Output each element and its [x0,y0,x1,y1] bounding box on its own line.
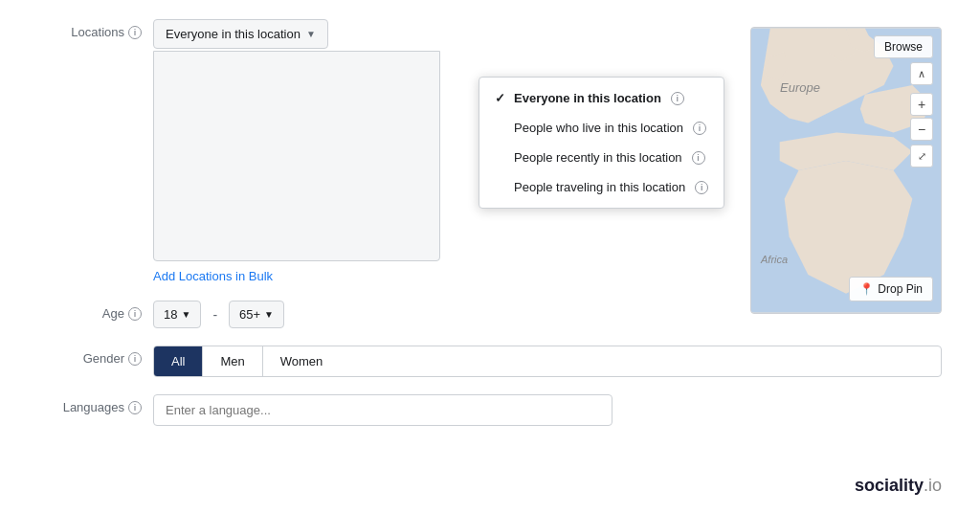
age-info-icon[interactable]: i [128,307,142,321]
pin-icon: 📍 [859,282,874,296]
dropdown-item-label: People recently in this location [514,150,682,165]
languages-label: Languages i [38,394,153,414]
age-max-arrow: ▼ [264,309,274,320]
dropdown-item-label: People traveling in this location [514,180,685,194]
map-container: Europe Africa Browse ∧ + − ⤢ 📍 Drop Pin [750,27,942,314]
gender-label: Gender i [38,346,153,366]
age-min-arrow: ▼ [181,309,190,320]
age-label: Age i [38,301,153,321]
gender-men-button[interactable]: Men [203,346,262,376]
map-drop-pin-button[interactable]: 📍 Drop Pin [849,277,933,301]
dropdown-item-live[interactable]: ✓ People who live in this location i [479,113,724,143]
locations-label: Locations i [38,19,153,39]
dropdown-item-everyone[interactable]: ✓ Everyone in this location i [479,83,724,113]
map-europe-label: Europe [780,80,820,95]
gender-women-button[interactable]: Women [263,346,341,376]
age-max-select[interactable]: 65+ ▼ [229,301,284,328]
age-max-value: 65+ [239,307,260,322]
location-input-area [153,51,440,261]
chevron-up-icon: ∧ [918,68,925,80]
map-zoom-in-button[interactable]: + [910,93,933,116]
dropdown-item-info-icon-1[interactable]: i [693,122,706,135]
map-zoom-controls: + − ⤢ [910,93,933,167]
dropdown-item-info-icon-3[interactable]: i [695,181,708,194]
language-input[interactable] [153,394,612,426]
gender-button-group: All Men Women [153,346,942,377]
dropdown-button-label: Everyone in this location [166,27,301,41]
check-icon: ✓ [495,91,508,105]
map-zoom-out-button[interactable]: − [910,118,933,141]
age-min-select[interactable]: 18 ▼ [153,301,201,328]
sociality-logo: sociality.io [855,476,942,496]
map-up-button[interactable]: ∧ [910,62,933,85]
dropdown-item-label: People who live in this location [514,121,683,135]
dropdown-item-info-icon-0[interactable]: i [671,92,684,105]
map-browse-button[interactable]: Browse [874,35,933,58]
age-min-value: 18 [164,307,177,322]
gender-all-button[interactable]: All [154,346,203,376]
map-africa-label: Africa [761,254,788,265]
locations-info-icon[interactable]: i [128,26,142,39]
location-dropdown-menu: ✓ Everyone in this location i ✓ People w… [479,77,724,209]
dropdown-item-label: Everyone in this location [514,91,661,105]
dropdown-item-recently[interactable]: ✓ People recently in this location i [479,143,724,172]
age-separator: - [212,307,217,323]
gender-info-icon[interactable]: i [128,352,142,366]
languages-info-icon[interactable]: i [128,401,142,414]
dropdown-item-traveling[interactable]: ✓ People traveling in this location i [479,172,724,202]
map-expand-button[interactable]: ⤢ [910,145,933,167]
dropdown-item-info-icon-2[interactable]: i [692,151,705,165]
dropdown-arrow-icon: ▼ [306,29,316,39]
location-dropdown-button[interactable]: Everyone in this location ▼ [153,19,328,49]
